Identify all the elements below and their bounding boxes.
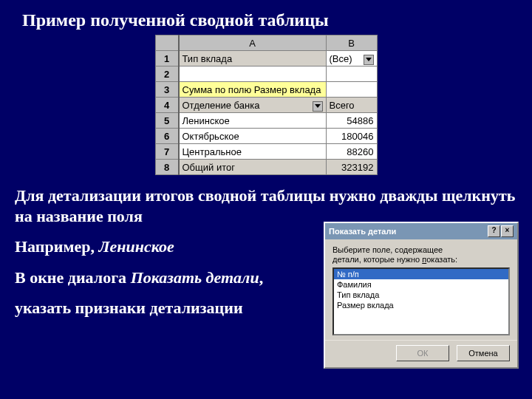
text: Отделение банка [183, 100, 260, 111]
list-item[interactable]: Тип вклада [334, 290, 508, 300]
text: Тип вклада [183, 53, 233, 64]
row-header[interactable]: 4 [155, 98, 179, 113]
row-header[interactable]: 3 [155, 82, 179, 98]
dialog-name: Показать детали [131, 268, 259, 287]
cell-data-field[interactable]: Сумма по полю Размер вклада [179, 82, 327, 98]
dialog-titlebar[interactable]: Показать детали ? × [325, 223, 517, 239]
text: Например, [15, 237, 98, 256]
col-header-a[interactable]: A [179, 35, 327, 51]
cell-total-header[interactable]: Всего [326, 98, 377, 113]
col-header-b[interactable]: B [326, 35, 377, 51]
table-row: 3 Сумма по полю Размер вклада [155, 82, 377, 98]
ok-button[interactable]: ОК [396, 345, 449, 361]
table-row: 6 Октябрьское 180046 [155, 129, 377, 144]
pivot-table-wrap: A B 1 Тип вклада (Все) 2 3 Сумма по полю… [0, 35, 532, 175]
row-header[interactable]: 6 [155, 129, 179, 144]
cell[interactable]: Октябрьское [179, 129, 327, 144]
table-row: 7 Центральное 88260 [155, 144, 377, 160]
dropdown-icon[interactable] [364, 55, 374, 65]
dialog-label: Выберите поле, содержащеедетали, которые… [332, 245, 510, 265]
text: , [259, 268, 264, 287]
cell[interactable]: Ленинское [179, 113, 327, 129]
dropdown-icon[interactable] [313, 101, 323, 112]
text: В окне диалога [15, 268, 131, 287]
cell[interactable] [179, 66, 327, 82]
cell-grand-total-value[interactable]: 323192 [326, 160, 377, 175]
field-listbox[interactable]: № п/п Фамилия Тип вклада Размер вклада [332, 267, 510, 335]
cell-value[interactable]: 180046 [326, 129, 377, 144]
text: (Все) [330, 53, 352, 64]
table-row: 4 Отделение банка Всего [155, 98, 377, 113]
row-header[interactable]: 8 [155, 160, 179, 175]
dialog-buttons: ОК Отмена [325, 340, 517, 367]
list-item[interactable]: Размер вклада [334, 300, 508, 310]
table-row: 8 Общий итог 323192 [155, 160, 377, 175]
cell[interactable]: Центральное [179, 144, 327, 160]
cell[interactable] [326, 66, 377, 82]
table-row: 1 Тип вклада (Все) [155, 51, 377, 66]
list-item[interactable]: Фамилия [334, 279, 508, 290]
cell-filter-field[interactable]: Тип вклада [179, 51, 327, 66]
paragraph: Для детализации итогов сводной таблицы н… [15, 185, 517, 226]
show-details-dialog: Показать детали ? × Выберите поле, содер… [324, 222, 519, 369]
cell-row-field[interactable]: Отделение банка [179, 98, 327, 113]
cancel-button[interactable]: Отмена [457, 345, 510, 361]
table-row: 5 Ленинское 54886 [155, 113, 377, 129]
list-item[interactable]: № п/п [334, 269, 508, 279]
row-header[interactable]: 5 [155, 113, 179, 129]
dialog-title-text: Показать детали [329, 227, 396, 236]
row-header[interactable]: 1 [155, 51, 179, 66]
pivot-table: A B 1 Тип вклада (Все) 2 3 Сумма по полю… [155, 35, 378, 175]
cell-filter-value[interactable]: (Все) [326, 51, 377, 66]
cell-grand-total-label[interactable]: Общий итог [179, 160, 327, 175]
cell[interactable] [326, 82, 377, 98]
row-header[interactable]: 7 [155, 144, 179, 160]
row-header[interactable]: 2 [155, 66, 179, 82]
close-icon[interactable]: × [501, 225, 514, 237]
help-icon[interactable]: ? [488, 225, 500, 237]
cell-value[interactable]: 54886 [326, 113, 377, 129]
cell-value[interactable]: 88260 [326, 144, 377, 160]
table-row: A B [155, 35, 377, 51]
table-row: 2 [155, 66, 377, 82]
page-title: Пример полученной сводной таблицы [0, 0, 532, 35]
corner-cell [155, 35, 179, 51]
example-value: Ленинское [98, 237, 174, 256]
dialog-body: Выберите поле, содержащеедетали, которые… [325, 239, 517, 340]
